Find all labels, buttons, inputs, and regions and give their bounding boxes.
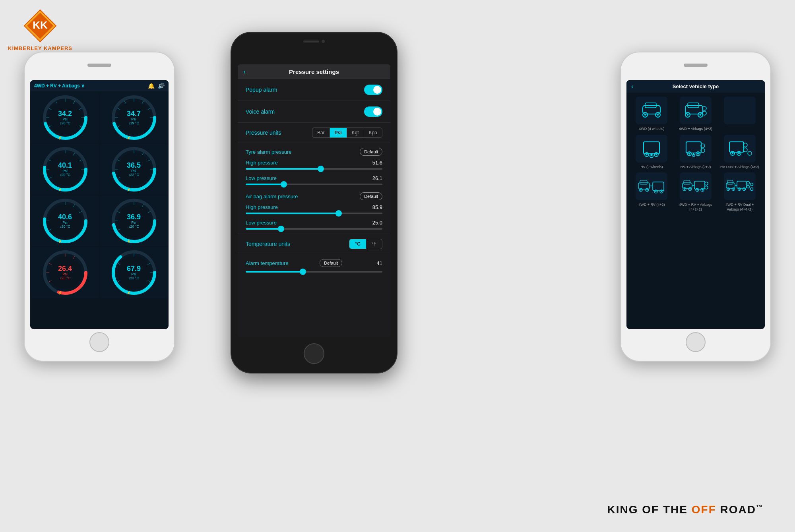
phone-center-top-bar [303,40,325,43]
phone-left-body: 4WD + RV + Airbags ∨ 🔔 🔊 [24,52,175,362]
gauge-3-voltage: ⚡3.0V [58,188,68,192]
vehicle-icon-4wd-rv-dual-airbags-box [724,172,756,200]
logo-area: KK KIMBERLEY KAMPERS [8,8,72,51]
svg-point-112 [732,153,733,154]
phone-right: ‹ Select vehicle type [620,52,771,362]
tagline-off: OFF [692,503,716,516]
tyre-low-label: Low pressure [246,175,277,181]
gauge-2-value: 34.7 [127,110,141,117]
airbag-high-slider-thumb[interactable] [335,210,342,217]
tyre-alarm-label: Tyre alarm pressure [246,149,292,155]
unit-psi[interactable]: Psi [330,128,347,137]
phone-center-home-button[interactable] [304,343,324,364]
alarm-temp-default-btn[interactable]: Default [320,259,342,267]
vehicle-item-rv[interactable]: RV (2 wheels) [631,135,672,170]
alarm-temp-value: 41 [377,260,382,266]
popup-alarm-row: Popup alarm [238,79,390,101]
logo-text: KIMBERLEY KAMPERS [8,45,72,51]
popup-alarm-toggle[interactable] [364,85,382,95]
svg-rect-145 [727,180,733,184]
gauge-6: 36.9 Psi ↓20 °C ⚡3.0V [110,197,158,245]
gauge-4-inner: 36.5 Psi ↓22 °C ⚡3.0V [127,162,141,177]
gauge-1-unit: Psi [58,117,72,121]
tagline-tm: ™ [756,504,763,511]
gauge-cell-5: 40.6 Psi ↓20 °C ⚡3.0V [31,195,99,246]
gauge-8-voltage: ⚡3.0V [127,291,137,295]
vehicle-label-4wd-rv-airbags: 4WD + RV + Airbags (4+2+2) [675,203,716,212]
airbag-alarm-header: Air bag alarm pressure Default [238,189,390,203]
vehicle-item-4wd[interactable]: 4WD (4 wheels) [631,97,672,132]
gauge-cell-4: 36.5 Psi ↓22 °C ⚡3.0V [100,144,168,195]
temp-fahrenheit-btn[interactable]: °F [366,239,382,249]
airbag-alarm-default-btn[interactable]: Default [360,192,382,200]
gauge-6-value: 36.9 [127,213,141,221]
airbag-high-slider-fill [246,213,339,214]
tyre-high-slider-thumb[interactable] [318,166,324,172]
phone-left-home-button[interactable] [89,332,109,352]
tyre-low-slider-thumb[interactable] [281,181,287,188]
gauge-5: 40.6 Psi ↓20 °C ⚡3.0V [41,197,89,245]
settings-nav: ‹ Pressure settings [238,64,390,79]
phone-left: 4WD + RV + Airbags ∨ 🔔 🔊 [24,52,175,362]
phone-left-notch [87,64,111,67]
unit-kgf[interactable]: Kgf [347,128,364,137]
phone-right-body: ‹ Select vehicle type [620,52,771,362]
gauge-5-inner: 40.6 Psi ↓20 °C ⚡3.0V [58,213,72,228]
alarm-temp-slider-thumb[interactable] [300,269,306,275]
gauge-8-inner: 67.9 Psi ↓23 °C ⚡3.0V [127,265,141,280]
gauge-cell-8: 67.9 Psi ↓23 °C ⚡3.0V [100,247,168,298]
settings-title: Pressure settings [289,68,339,75]
unit-bar[interactable]: Bar [312,128,330,137]
svg-rect-94 [644,142,659,154]
svg-point-135 [689,189,690,190]
screen1-header: 4WD + RV + Airbags ∨ 🔔 🔊 [30,80,169,91]
vehicle-icon-rv-dual-airbags-box [724,135,756,163]
svg-point-143 [705,186,708,189]
gauge-cell-6: 36.9 Psi ↓20 °C ⚡3.0V [100,195,168,246]
tyre-low-value: 26.1 [372,175,382,181]
vehicle-label-4wd-rv: 4WD + RV (4+2) [638,203,665,207]
vehicle-back-button[interactable]: ‹ [631,83,633,90]
svg-point-155 [743,189,744,190]
vehicle-4wd-rv-airbags-icon [682,176,710,196]
svg-point-156 [747,182,749,184]
vehicle-item-4wd-rv-airbags[interactable]: 4WD + RV + Airbags (4+2+2) [675,172,716,212]
phone-right-home-button[interactable] [686,332,706,352]
airbag-alarm-label: Air bag alarm pressure [246,193,298,199]
voice-alarm-toggle[interactable] [364,106,382,117]
alarm-temp-label: Alarm temperature [246,260,289,266]
tyre-alarm-default-btn[interactable]: Default [360,148,382,156]
vehicle-item-rv-dual-airbags[interactable]: RV Dual + Airbags (4+2) [719,135,760,170]
temp-celsius-btn[interactable]: °C [349,239,366,249]
temp-units-row: Temperature units °C °F [238,234,390,254]
vehicle-screen: ‹ Select vehicle type [626,80,765,329]
svg-point-147 [727,189,728,190]
vehicle-item-4wd-airbags[interactable]: 4WD + Airbags (4+2) [675,97,716,132]
vehicle-4wd-airbags-icon [684,101,708,120]
vehicle-icon-4wd-airbags-box [680,97,712,124]
phone-center-speaker [303,41,319,43]
popup-alarm-knob [373,86,381,94]
phone-center-screen: ‹ Pressure settings Popup alarm Voice al… [238,64,390,337]
unit-kpa[interactable]: Kpa [364,128,382,137]
svg-point-158 [750,188,753,191]
temp-unit-toggle: °C °F [349,239,382,249]
airbag-low-slider-thumb[interactable] [278,226,284,232]
airbag-low-slider-track [246,228,382,230]
airbag-low-pressure-row: Low pressure 25.0 [238,218,390,226]
svg-point-89 [687,114,688,116]
gauge-cell-2: 34.7 Psi ↓19 °C ⚡3.0V [100,92,168,143]
alarm-temp-slider-track [246,271,382,273]
vehicle-item-rv-airbags[interactable]: RV + Airbags (2+2) [675,135,716,170]
vehicle-item-4wd-rv-dual-airbags[interactable]: 4WD + RV Dual + Airbags (4+4+2) [719,172,760,212]
vehicle-item-4wd-rv[interactable]: 4WD + RV (4+2) [631,172,672,212]
settings-back-button[interactable]: ‹ [243,68,246,76]
gauge-5-voltage: ⚡3.0V [58,240,68,243]
svg-point-149 [733,189,733,190]
gauge-3-temp: ↓20 °C [58,173,72,177]
airbag-high-label: High pressure [246,204,278,210]
tyre-high-value: 51.6 [372,160,382,166]
svg-point-105 [688,153,690,155]
gauges-grid: 34.2 Psi ↓20 °C ⚡3.0V [30,91,169,299]
tyre-alarm-header: Tyre alarm pressure Default [238,143,390,158]
